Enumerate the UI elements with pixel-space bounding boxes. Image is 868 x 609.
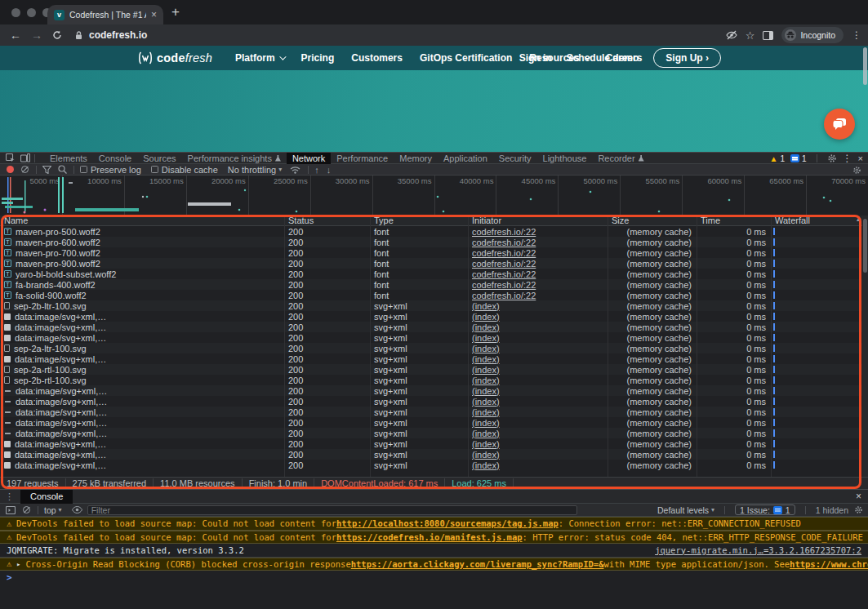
table-row[interactable]: fa-solid-900.woff2200fontcodefresh.io/:2… bbox=[0, 290, 868, 300]
table-row[interactable]: maven-pro-500.woff2200fontcodefresh.io/:… bbox=[0, 226, 868, 237]
device-toolbar-icon[interactable] bbox=[20, 153, 30, 162]
initiator-link[interactable]: (index) bbox=[472, 365, 500, 375]
column-divider[interactable] bbox=[697, 216, 697, 477]
initiator-link[interactable]: (index) bbox=[472, 301, 500, 311]
forward-icon[interactable]: → bbox=[31, 29, 42, 42]
column-header-status[interactable]: Status bbox=[284, 216, 370, 225]
tab-lighthouse[interactable]: Lighthouse bbox=[537, 153, 593, 164]
network-overview-timeline[interactable]: 5000 ms10000 ms15000 ms20000 ms25000 ms3… bbox=[0, 176, 868, 215]
table-row[interactable]: data:image/svg+xml,…200svg+xml(index)(me… bbox=[0, 428, 868, 438]
table-row[interactable]: data:image/svg+xml,…200svg+xml(index)(me… bbox=[0, 417, 868, 428]
initiator-link[interactable]: (index) bbox=[472, 354, 500, 364]
url-text[interactable]: codefresh.io bbox=[89, 29, 147, 41]
console-settings-gear-icon[interactable] bbox=[854, 505, 863, 514]
nav-item-customers[interactable]: Customers bbox=[351, 52, 403, 64]
initiator-link[interactable]: (index) bbox=[472, 344, 500, 353]
initiator-link[interactable]: (index) bbox=[472, 376, 500, 385]
table-row[interactable]: data:image/svg+xml,…200svg+xml(index)(me… bbox=[0, 322, 868, 332]
nav-item-gitops-certification[interactable]: GitOps Certification bbox=[420, 52, 512, 64]
import-har-icon[interactable]: ↑ bbox=[314, 165, 319, 175]
table-row[interactable]: data:image/svg+xml,…200svg+xml(index)(me… bbox=[0, 385, 868, 396]
record-network-log-icon[interactable] bbox=[7, 166, 14, 173]
scrollbar-thumb[interactable] bbox=[863, 219, 867, 273]
table-row[interactable]: data:image/svg+xml,…200svg+xml(index)(me… bbox=[0, 460, 868, 470]
page-scrollbar[interactable] bbox=[863, 47, 867, 85]
table-row[interactable]: maven-pro-900.woff2200fontcodefresh.io/:… bbox=[0, 258, 868, 269]
message-source-link[interactable]: jquery-migrate.min.j…=3.3.2.1667235707:2 bbox=[655, 545, 861, 555]
export-har-icon[interactable]: ↓ bbox=[327, 165, 332, 175]
clear-network-log-icon[interactable] bbox=[21, 166, 29, 173]
drawer-close-icon[interactable]: × bbox=[856, 491, 861, 502]
tab-console[interactable]: Console bbox=[20, 490, 73, 504]
message-link[interactable]: https://www.chromestatus.com/feature/562… bbox=[790, 559, 868, 569]
clear-console-icon[interactable] bbox=[23, 506, 30, 513]
column-divider[interactable] bbox=[608, 216, 608, 477]
live-expression-eye-icon[interactable] bbox=[72, 506, 82, 513]
devtools-menu-icon[interactable]: ⋮ bbox=[843, 153, 852, 164]
column-header-time[interactable]: Time bbox=[697, 216, 771, 225]
column-header-name[interactable]: Name bbox=[0, 216, 284, 225]
tab-elements[interactable]: Elements bbox=[44, 153, 93, 164]
codefresh-logo[interactable]: codefresh bbox=[137, 51, 212, 65]
column-divider[interactable] bbox=[284, 216, 285, 477]
tab-security[interactable]: Security bbox=[493, 153, 537, 164]
bookmark-star-icon[interactable]: ☆ bbox=[746, 29, 755, 42]
message-link[interactable]: https://aorta.clickagy.com/liveramp_sync… bbox=[351, 559, 604, 569]
initiator-link[interactable]: (index) bbox=[472, 418, 500, 428]
table-row[interactable]: data:image/svg+xml,…200svg+xml(index)(me… bbox=[0, 438, 868, 449]
initiator-link[interactable]: (index) bbox=[472, 333, 500, 343]
table-row[interactable]: maven-pro-600.woff2200fontcodefresh.io/:… bbox=[0, 237, 868, 247]
initiator-link[interactable]: codefresh.io/:22 bbox=[472, 280, 536, 290]
tab-recorder[interactable]: Recorder bbox=[592, 153, 649, 164]
back-icon[interactable]: ← bbox=[10, 29, 21, 42]
log-levels-dropdown[interactable]: Default levels ▾ bbox=[657, 505, 714, 515]
console-message[interactable]: ⚠▸Cross-Origin Read Blocking (CORB) bloc… bbox=[0, 558, 868, 571]
disable-cache-checkbox[interactable]: Disable cache bbox=[151, 165, 218, 175]
initiator-link[interactable]: (index) bbox=[472, 429, 500, 438]
tab-memory[interactable]: Memory bbox=[394, 153, 438, 164]
initiator-link[interactable]: (index) bbox=[472, 322, 500, 332]
console-message[interactable]: ⚠DevTools failed to load source map: Cou… bbox=[0, 531, 868, 545]
table-row[interactable]: sep-2b-rtl-100.svg200svg+xml(index)(memo… bbox=[0, 375, 868, 385]
table-row[interactable]: data:image/svg+xml,…200svg+xml(index)(me… bbox=[0, 353, 868, 364]
table-row[interactable]: data:image/svg+xml,…200svg+xml(index)(me… bbox=[0, 449, 868, 460]
initiator-link[interactable]: (index) bbox=[472, 397, 500, 407]
console-message[interactable]: JQMIGRATE: Migrate is installed, version… bbox=[0, 544, 868, 558]
initiator-link[interactable]: (index) bbox=[472, 407, 500, 417]
initiator-link[interactable]: (index) bbox=[472, 439, 500, 449]
tab-sources[interactable]: Sources bbox=[137, 153, 181, 164]
lock-icon[interactable] bbox=[75, 31, 82, 40]
tab-application[interactable]: Application bbox=[438, 153, 493, 164]
tab-console[interactable]: Console bbox=[93, 153, 137, 164]
initiator-link[interactable]: codefresh.io/:22 bbox=[472, 248, 536, 258]
new-tab-button[interactable]: + bbox=[171, 5, 180, 19]
column-header-size[interactable]: Size bbox=[608, 216, 697, 225]
expand-arrow-icon[interactable]: ▸ bbox=[16, 560, 20, 568]
eye-off-icon[interactable] bbox=[726, 30, 737, 40]
table-row[interactable]: data:image/svg+xml,…200svg+xml(index)(me… bbox=[0, 396, 868, 407]
console-filter-input[interactable] bbox=[87, 505, 577, 515]
browser-tab[interactable]: v Codefresh | The #1 Argo and G × bbox=[47, 5, 163, 24]
table-row[interactable]: sep-2a-rtl-100.svg200svg+xml(index)(memo… bbox=[0, 364, 868, 375]
message-link[interactable]: https://codefresh.io/manifest.js.map bbox=[336, 532, 523, 542]
initiator-link[interactable]: codefresh.io/:22 bbox=[472, 227, 536, 237]
console-message[interactable]: ⚠DevTools failed to load source map: Cou… bbox=[0, 517, 868, 531]
context-selector-dropdown[interactable]: top ▾ bbox=[44, 505, 62, 515]
throttling-dropdown[interactable]: No throttling ▾ bbox=[228, 165, 282, 175]
sign-in-link[interactable]: Sign in bbox=[519, 52, 552, 64]
filter-funnel-icon[interactable] bbox=[42, 166, 51, 174]
nav-item-pricing[interactable]: Pricing bbox=[301, 52, 335, 64]
column-header-initiator[interactable]: Initiator bbox=[468, 216, 608, 225]
side-panel-icon[interactable] bbox=[763, 31, 773, 40]
console-sidebar-icon[interactable] bbox=[6, 506, 16, 514]
window-close-button[interactable] bbox=[11, 8, 20, 17]
drawer-menu-icon[interactable]: ⋮ bbox=[5, 491, 14, 502]
column-divider[interactable] bbox=[771, 216, 772, 477]
initiator-link[interactable]: codefresh.io/:22 bbox=[472, 259, 536, 269]
initiator-link[interactable]: (index) bbox=[472, 460, 500, 470]
inspect-element-icon[interactable] bbox=[6, 153, 15, 162]
preserve-log-checkbox[interactable]: Preserve log bbox=[80, 165, 141, 175]
table-scrollbar[interactable] bbox=[862, 216, 868, 477]
table-row[interactable]: sep-2a-ltr-100.svg200svg+xml(index)(memo… bbox=[0, 343, 868, 353]
tab-performance-insights[interactable]: Performance insights bbox=[182, 153, 287, 164]
